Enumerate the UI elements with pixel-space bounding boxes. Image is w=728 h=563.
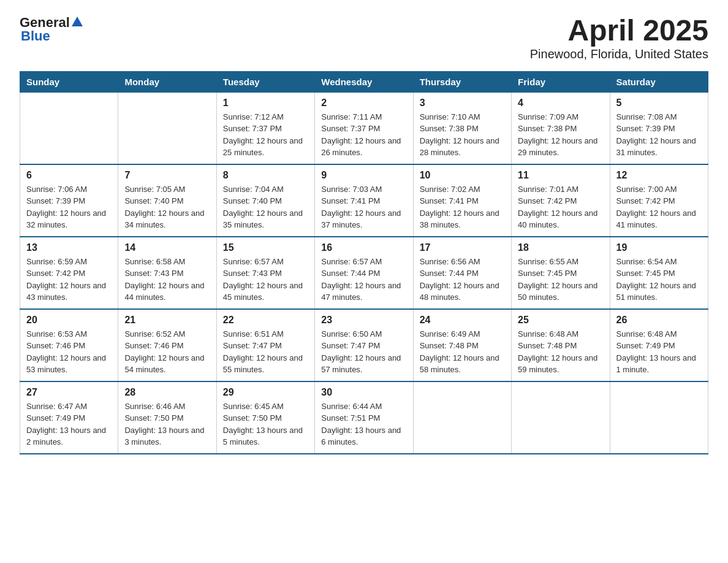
- day-info: Sunrise: 6:44 AMSunset: 7:51 PMDaylight:…: [321, 400, 406, 448]
- day-number: 24: [420, 315, 505, 326]
- calendar-cell: [610, 381, 708, 454]
- day-number: 6: [26, 170, 112, 181]
- calendar-cell: 2Sunrise: 7:11 AMSunset: 7:37 PMDaylight…: [315, 92, 413, 164]
- calendar-cell: 11Sunrise: 7:01 AMSunset: 7:42 PMDayligh…: [512, 164, 610, 237]
- calendar-week-4: 20Sunrise: 6:53 AMSunset: 7:46 PMDayligh…: [20, 309, 708, 381]
- day-number: 17: [420, 242, 505, 253]
- calendar-cell: 18Sunrise: 6:55 AMSunset: 7:45 PMDayligh…: [512, 237, 610, 309]
- calendar-cell: 1Sunrise: 7:12 AMSunset: 7:37 PMDaylight…: [216, 92, 314, 164]
- day-info: Sunrise: 6:52 AMSunset: 7:46 PMDaylight:…: [124, 328, 210, 376]
- day-number: 28: [124, 387, 210, 398]
- day-info: Sunrise: 6:58 AMSunset: 7:43 PMDaylight:…: [124, 256, 210, 304]
- calendar-cell: 19Sunrise: 6:54 AMSunset: 7:45 PMDayligh…: [610, 237, 708, 309]
- weekday-header-friday: Friday: [512, 71, 610, 92]
- day-info: Sunrise: 7:05 AMSunset: 7:40 PMDaylight:…: [124, 183, 210, 231]
- calendar-week-1: 1Sunrise: 7:12 AMSunset: 7:37 PMDaylight…: [20, 92, 708, 164]
- day-number: 8: [223, 170, 308, 181]
- day-info: Sunrise: 6:50 AMSunset: 7:47 PMDaylight:…: [321, 328, 406, 376]
- day-number: 10: [420, 170, 505, 181]
- day-number: 22: [223, 315, 308, 326]
- calendar-cell: [118, 92, 216, 164]
- calendar-cell: 13Sunrise: 6:59 AMSunset: 7:42 PMDayligh…: [20, 237, 118, 309]
- weekday-header-monday: Monday: [118, 71, 216, 92]
- weekday-header-sunday: Sunday: [20, 71, 118, 92]
- day-number: 19: [616, 242, 702, 253]
- day-info: Sunrise: 6:55 AMSunset: 7:45 PMDaylight:…: [518, 256, 603, 304]
- calendar-cell: 17Sunrise: 6:56 AMSunset: 7:44 PMDayligh…: [413, 237, 511, 309]
- calendar-cell: 25Sunrise: 6:48 AMSunset: 7:48 PMDayligh…: [512, 309, 610, 381]
- calendar-cell: 15Sunrise: 6:57 AMSunset: 7:43 PMDayligh…: [216, 237, 314, 309]
- day-number: 3: [420, 98, 505, 109]
- day-info: Sunrise: 6:49 AMSunset: 7:48 PMDaylight:…: [420, 328, 505, 376]
- calendar-title: April 2025: [530, 15, 708, 47]
- day-number: 1: [223, 98, 308, 109]
- day-info: Sunrise: 7:01 AMSunset: 7:42 PMDaylight:…: [518, 183, 603, 231]
- day-number: 27: [26, 387, 112, 398]
- day-info: Sunrise: 7:08 AMSunset: 7:39 PMDaylight:…: [616, 111, 702, 159]
- weekday-header-tuesday: Tuesday: [216, 71, 314, 92]
- calendar-week-5: 27Sunrise: 6:47 AMSunset: 7:49 PMDayligh…: [20, 381, 708, 454]
- day-info: Sunrise: 6:59 AMSunset: 7:42 PMDaylight:…: [26, 256, 112, 304]
- day-info: Sunrise: 6:48 AMSunset: 7:49 PMDaylight:…: [616, 328, 702, 376]
- calendar-cell: 14Sunrise: 6:58 AMSunset: 7:43 PMDayligh…: [118, 237, 216, 309]
- calendar-cell: 22Sunrise: 6:51 AMSunset: 7:47 PMDayligh…: [216, 309, 314, 381]
- calendar-table: SundayMondayTuesdayWednesdayThursdayFrid…: [20, 71, 708, 454]
- calendar-cell: 12Sunrise: 7:00 AMSunset: 7:42 PMDayligh…: [610, 164, 708, 237]
- day-number: 21: [124, 315, 210, 326]
- day-info: Sunrise: 6:45 AMSunset: 7:50 PMDaylight:…: [223, 400, 308, 448]
- day-number: 11: [518, 170, 603, 181]
- day-info: Sunrise: 6:56 AMSunset: 7:44 PMDaylight:…: [420, 256, 505, 304]
- calendar-cell: 21Sunrise: 6:52 AMSunset: 7:46 PMDayligh…: [118, 309, 216, 381]
- calendar-week-2: 6Sunrise: 7:06 AMSunset: 7:39 PMDaylight…: [20, 164, 708, 237]
- title-block: April 2025 Pinewood, Florida, United Sta…: [530, 15, 708, 61]
- day-number: 30: [321, 387, 406, 398]
- day-number: 12: [616, 170, 702, 181]
- day-number: 15: [223, 242, 308, 253]
- calendar-cell: 29Sunrise: 6:45 AMSunset: 7:50 PMDayligh…: [216, 381, 314, 454]
- day-number: 2: [321, 98, 406, 109]
- calendar-cell: 30Sunrise: 6:44 AMSunset: 7:51 PMDayligh…: [315, 381, 413, 454]
- calendar-cell: 3Sunrise: 7:10 AMSunset: 7:38 PMDaylight…: [413, 92, 511, 164]
- day-info: Sunrise: 6:48 AMSunset: 7:48 PMDaylight:…: [518, 328, 603, 376]
- page-header: General Blue April 2025 Pinewood, Florid…: [20, 15, 708, 61]
- day-number: 25: [518, 315, 603, 326]
- weekday-header-wednesday: Wednesday: [315, 71, 413, 92]
- day-info: Sunrise: 7:00 AMSunset: 7:42 PMDaylight:…: [616, 183, 702, 231]
- day-info: Sunrise: 6:47 AMSunset: 7:49 PMDaylight:…: [26, 400, 112, 448]
- day-info: Sunrise: 7:04 AMSunset: 7:40 PMDaylight:…: [223, 183, 308, 231]
- calendar-cell: 26Sunrise: 6:48 AMSunset: 7:49 PMDayligh…: [610, 309, 708, 381]
- calendar-cell: 20Sunrise: 6:53 AMSunset: 7:46 PMDayligh…: [20, 309, 118, 381]
- day-info: Sunrise: 6:54 AMSunset: 7:45 PMDaylight:…: [616, 256, 702, 304]
- day-info: Sunrise: 7:10 AMSunset: 7:38 PMDaylight:…: [420, 111, 505, 159]
- day-info: Sunrise: 7:12 AMSunset: 7:37 PMDaylight:…: [223, 111, 308, 159]
- day-number: 29: [223, 387, 308, 398]
- day-number: 9: [321, 170, 406, 181]
- day-number: 14: [124, 242, 210, 253]
- day-info: Sunrise: 6:46 AMSunset: 7:50 PMDaylight:…: [124, 400, 210, 448]
- calendar-cell: 6Sunrise: 7:06 AMSunset: 7:39 PMDaylight…: [20, 164, 118, 237]
- weekday-header-saturday: Saturday: [610, 71, 708, 92]
- day-info: Sunrise: 7:11 AMSunset: 7:37 PMDaylight:…: [321, 111, 406, 159]
- calendar-cell: 24Sunrise: 6:49 AMSunset: 7:48 PMDayligh…: [413, 309, 511, 381]
- day-number: 20: [26, 315, 112, 326]
- day-info: Sunrise: 7:03 AMSunset: 7:41 PMDaylight:…: [321, 183, 406, 231]
- day-number: 26: [616, 315, 702, 326]
- calendar-cell: 28Sunrise: 6:46 AMSunset: 7:50 PMDayligh…: [118, 381, 216, 454]
- day-number: 4: [518, 98, 603, 109]
- day-number: 16: [321, 242, 406, 253]
- day-info: Sunrise: 7:09 AMSunset: 7:38 PMDaylight:…: [518, 111, 603, 159]
- day-number: 5: [616, 98, 702, 109]
- calendar-cell: 5Sunrise: 7:08 AMSunset: 7:39 PMDaylight…: [610, 92, 708, 164]
- weekday-header-thursday: Thursday: [413, 71, 511, 92]
- day-info: Sunrise: 6:57 AMSunset: 7:44 PMDaylight:…: [321, 256, 406, 304]
- calendar-cell: 16Sunrise: 6:57 AMSunset: 7:44 PMDayligh…: [315, 237, 413, 309]
- day-number: 13: [26, 242, 112, 253]
- calendar-cell: 9Sunrise: 7:03 AMSunset: 7:41 PMDaylight…: [315, 164, 413, 237]
- calendar-cell: 10Sunrise: 7:02 AMSunset: 7:41 PMDayligh…: [413, 164, 511, 237]
- day-number: 18: [518, 242, 603, 253]
- calendar-cell: [512, 381, 610, 454]
- day-info: Sunrise: 6:57 AMSunset: 7:43 PMDaylight:…: [223, 256, 308, 304]
- calendar-cell: 23Sunrise: 6:50 AMSunset: 7:47 PMDayligh…: [315, 309, 413, 381]
- calendar-week-3: 13Sunrise: 6:59 AMSunset: 7:42 PMDayligh…: [20, 237, 708, 309]
- day-info: Sunrise: 6:53 AMSunset: 7:46 PMDaylight:…: [26, 328, 112, 376]
